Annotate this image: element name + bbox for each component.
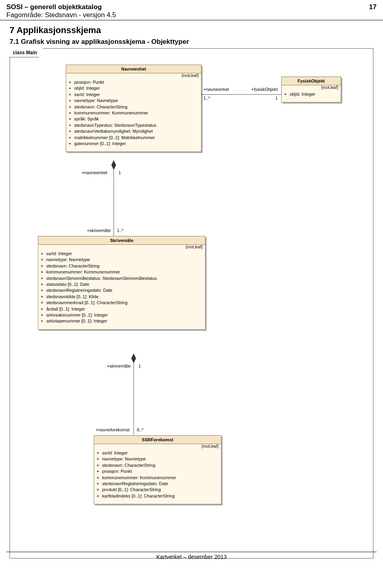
attr: stedsnavnRegistreringsdato: Date bbox=[46, 287, 113, 293]
attr-row: +objId: Integer bbox=[69, 85, 199, 91]
attr-row: +gatenummer [0..1]: Integer bbox=[69, 141, 199, 147]
attr: objId: Integer bbox=[74, 85, 100, 91]
assoc-mult: 1 bbox=[138, 364, 141, 368]
uml-frame: class Main Navneenhet {root,leaf} +posis… bbox=[10, 48, 373, 559]
subsection-heading: 7.1 Grafisk visning av applikasjonsskjem… bbox=[10, 38, 373, 46]
doc-title: SOSI – generell objektkatalog bbox=[6, 3, 102, 11]
page-footer: Kartverket – desember 2013 bbox=[6, 552, 377, 560]
attr: ssrId: Integer bbox=[46, 251, 72, 257]
section-heading: 7 Applikasjonsskjema bbox=[10, 25, 373, 35]
assoc-role: +navneforekomst bbox=[96, 427, 130, 432]
class-attributes: +objId: Integer bbox=[282, 90, 341, 102]
attr: stedsnavnVedtaksmyndighet: Myndighet bbox=[74, 128, 153, 134]
attr: stedsnavnmerknad [0..1]: CharacterString bbox=[46, 300, 128, 306]
attr-row: +kommunenummer: Kommunenummer bbox=[69, 110, 199, 116]
attr: posisjon: Punkt bbox=[74, 79, 104, 85]
frame-label: class Main bbox=[10, 48, 43, 57]
attr: matrikkelnummer [0..1]: Matrikkelnummer bbox=[74, 135, 155, 141]
doc-subtitle: Fagområde: Stedsnavn - versjon 4.5 bbox=[6, 11, 377, 19]
class-constraint: {root,leaf} bbox=[282, 85, 341, 90]
class-title: Navneenhet bbox=[66, 65, 201, 73]
page-number: 17 bbox=[369, 3, 377, 11]
attr-row: +ssrId: Integer bbox=[41, 251, 203, 257]
attr: produkt [0..1]: CharacterString bbox=[102, 487, 161, 493]
class-constraint: {root,leaf} bbox=[38, 245, 205, 249]
attr: stedsnavnRegistreringsdato: Date bbox=[102, 481, 168, 487]
attr-row: +stedsnavnmerknad [0..1]: CharacterStrin… bbox=[41, 300, 203, 306]
attr: arkivløpenummer [0..1]: Integer bbox=[46, 318, 107, 324]
assoc-mult: 1..* bbox=[203, 96, 210, 100]
attr: kartbladindeks [0..1]: CharacterString bbox=[102, 493, 175, 499]
page-header: SOSI – generell objektkatalog 17 Fagområ… bbox=[0, 0, 383, 20]
attr-row: +produkt [0..1]: CharacterString bbox=[97, 487, 219, 493]
class-attributes: +ssrId: Integer+navnetype: Navnetype+ste… bbox=[94, 448, 221, 504]
attr-row: +stedsnavnRegistreringsdato: Date bbox=[97, 481, 219, 487]
attr-row: +stedsnavnRegistreringsdato: Date bbox=[41, 287, 203, 293]
class-title: SSRForekomst bbox=[94, 436, 221, 444]
attr-row: +ssrId: Integer bbox=[69, 92, 199, 98]
assoc-mult: 1..* bbox=[117, 228, 124, 233]
attr-row: +statusdato [0..1]: Date bbox=[41, 281, 203, 287]
attr-row: +navnetype: Navnetype bbox=[69, 98, 199, 104]
attr-row: +navnetype: Navnetype bbox=[41, 257, 203, 263]
svg-marker-2 bbox=[111, 160, 116, 170]
attr: kommunenummer: Kommunenummer bbox=[102, 475, 176, 481]
attr: årstall [0..1]: Integer bbox=[46, 306, 85, 312]
attr-row: +ssrId: Integer bbox=[97, 450, 219, 456]
attr: kommunenummer: Kommunenummer bbox=[46, 269, 120, 275]
attr-row: +stedsnavnSkrivemåtestatus: StedsnavnSkr… bbox=[41, 275, 203, 281]
svg-marker-4 bbox=[131, 354, 136, 363]
attr-row: +arkivløpenummer [0..1]: Integer bbox=[41, 318, 203, 324]
assoc-role: +navneenhet bbox=[82, 170, 107, 175]
attr-row: +stedsnavn: CharacterString bbox=[97, 462, 219, 468]
attr: stedsnavnTypestus: StedsnavnTypestatus bbox=[74, 122, 156, 128]
attr: ssrId: Integer bbox=[74, 92, 100, 98]
attr-row: +kommunenummer: Kommunenummer bbox=[41, 269, 203, 275]
assoc-mult: 1 bbox=[118, 170, 121, 175]
attr: posisjon: Punkt bbox=[102, 468, 132, 474]
attr: stedsnavnkilde [0..1]: Kilde bbox=[46, 294, 99, 300]
attr-row: +posisjon: Punkt bbox=[69, 79, 199, 85]
attr-row: +navnetype: Navnetype bbox=[97, 456, 219, 462]
attr-row: +årstall [0..1]: Integer bbox=[41, 306, 203, 312]
class-title: FysiskObjekt bbox=[282, 77, 341, 85]
assoc-role: +navneenhet bbox=[203, 87, 229, 92]
attr: språk: Språk bbox=[74, 116, 99, 122]
attr-row: +stedsnavnTypestus: StedsnavnTypestatus bbox=[69, 122, 199, 128]
attr-row: +kommunenummer: Kommunenummer bbox=[97, 475, 219, 481]
attr: stedsnavn: CharacterString bbox=[74, 104, 127, 110]
class-fysiskobjekt: FysiskObjekt {root,leaf} +objId: Integer bbox=[281, 77, 341, 102]
attr-row: +arkivsaksnummer [0..1]: Integer bbox=[41, 312, 203, 318]
attr: stedsnavnSkrivemåtestatus: StedsnavnSkri… bbox=[46, 275, 157, 281]
attr: navnetype: Navnetype bbox=[74, 98, 118, 104]
class-attributes: +ssrId: Integer+navnetype: Navnetype+ste… bbox=[38, 249, 205, 329]
attr-row: +stedsnavn: CharacterString bbox=[41, 263, 203, 269]
class-constraint: {root,leaf} bbox=[66, 73, 201, 78]
attr: navnetype: Navnetype bbox=[102, 456, 146, 462]
assoc-mult: 0..* bbox=[137, 427, 144, 432]
class-skrivemate: Skrivemåte {root,leaf} +ssrId: Integer+n… bbox=[38, 236, 205, 330]
class-ssrforekomst: SSRForekomst {root,leaf} +ssrId: Integer… bbox=[94, 435, 221, 504]
assoc-mult: 1 bbox=[275, 96, 278, 100]
class-title: Skrivemåte bbox=[38, 236, 205, 245]
attr-row: +posisjon: Punkt bbox=[97, 468, 219, 474]
attr: stedsnavn: CharacterString bbox=[102, 462, 155, 468]
attr: stedsnavn: CharacterString bbox=[46, 263, 99, 269]
attr-row: +stedsnavn: CharacterString bbox=[69, 104, 199, 110]
attr-row: +kartbladindeks [0..1]: CharacterString bbox=[97, 493, 219, 499]
assoc-role: +fysiskObjekt bbox=[251, 87, 278, 92]
attr-row: +språk: Språk bbox=[69, 116, 199, 122]
attr-row: +stedsnavnVedtaksmyndighet: Myndighet bbox=[69, 128, 199, 134]
class-attributes: +posisjon: Punkt+objId: Integer+ssrId: I… bbox=[66, 78, 201, 151]
attr-row: +stedsnavnkilde [0..1]: Kilde bbox=[41, 294, 203, 300]
assoc-role: +skrivemåte bbox=[107, 364, 131, 368]
attr: statusdato [0..1]: Date bbox=[46, 281, 89, 287]
class-constraint: {root,leaf} bbox=[94, 444, 221, 448]
class-navneenhet: Navneenhet {root,leaf} +posisjon: Punkt+… bbox=[66, 65, 201, 152]
attr: ssrId: Integer bbox=[102, 450, 128, 456]
attr: kommunenummer: Kommunenummer bbox=[74, 110, 148, 116]
attr: arkivsaksnummer [0..1]: Integer bbox=[46, 312, 108, 318]
attr: navnetype: Navnetype bbox=[46, 257, 90, 263]
attr: gatenummer [0..1]: Integer bbox=[74, 141, 126, 147]
attr-row: +matrikkelnummer [0..1]: Matrikkelnummer bbox=[69, 135, 199, 141]
